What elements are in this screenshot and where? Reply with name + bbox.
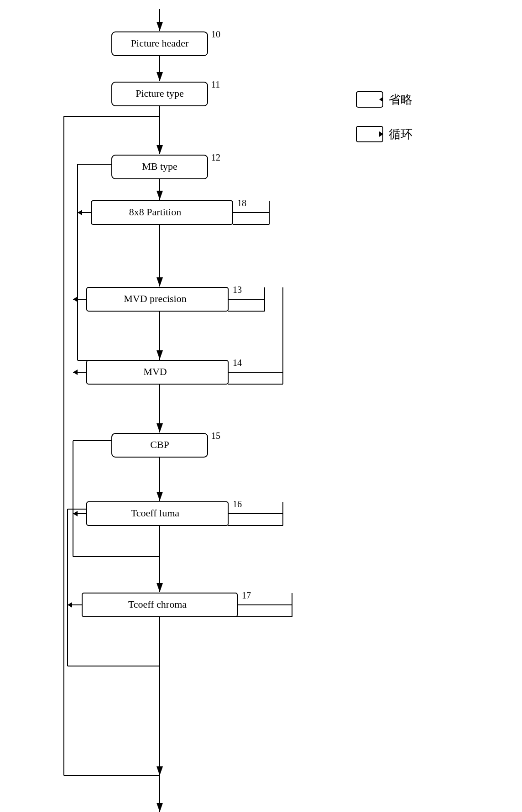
skip-luma-arrowhead bbox=[73, 511, 78, 516]
num-cbp: 15 bbox=[211, 431, 220, 441]
label-8x8-partition: 8x8 Partition bbox=[129, 206, 181, 218]
legend-skip-label: 省略 bbox=[389, 92, 412, 108]
num-mvd-precision: 13 bbox=[233, 285, 242, 295]
skip-chroma-arrowhead bbox=[68, 602, 72, 608]
num-picture-type: 11 bbox=[211, 79, 220, 89]
num-tcoeff-luma: 16 bbox=[233, 499, 242, 509]
legend-loop-label: 循环 bbox=[389, 126, 412, 142]
label-mvd: MVD bbox=[143, 366, 167, 377]
label-picture-type: Picture type bbox=[136, 88, 184, 99]
num-8x8-partition: 18 bbox=[237, 198, 246, 208]
legend-skip-icon bbox=[356, 91, 383, 108]
label-tcoeff-luma: Tcoeff luma bbox=[131, 507, 179, 519]
label-mvd-precision: MVD precision bbox=[124, 293, 186, 304]
label-mb-type: MB type bbox=[142, 161, 177, 172]
skip-mvd-arrowhead bbox=[73, 370, 78, 375]
num-picture-header: 10 bbox=[211, 29, 220, 39]
legend-skip-item: 省略 bbox=[356, 91, 493, 108]
flowchart-svg: Picture header 10 Picture type 11 MB typ… bbox=[27, 9, 338, 812]
label-tcoeff-chroma: Tcoeff chroma bbox=[128, 599, 187, 610]
label-picture-header: Picture header bbox=[131, 37, 189, 49]
skip-mvdp-arrowhead bbox=[73, 297, 78, 302]
skip-8x8-arrowhead bbox=[78, 210, 82, 215]
legend: 省略 循环 bbox=[356, 91, 493, 161]
label-cbp: CBP bbox=[150, 439, 169, 450]
num-mvd: 14 bbox=[233, 358, 242, 368]
legend-loop-item: 循环 bbox=[356, 126, 493, 142]
legend-loop-icon bbox=[356, 126, 383, 142]
num-mb-type: 12 bbox=[211, 152, 220, 162]
num-tcoeff-chroma: 17 bbox=[242, 590, 251, 600]
